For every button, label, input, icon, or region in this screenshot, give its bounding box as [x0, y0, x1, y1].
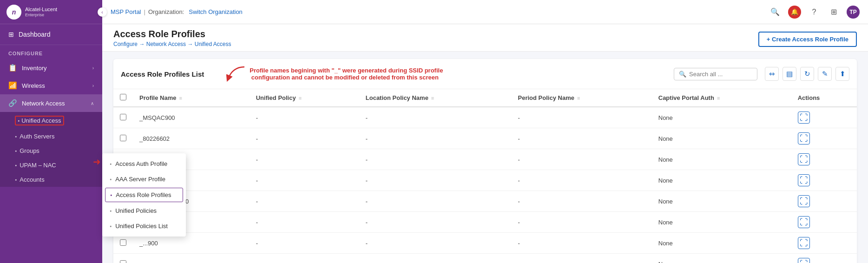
th-location-policy: Location Policy Name ≡	[359, 89, 512, 107]
main-content: MSP Portal | Organization: Switch Organi…	[102, 0, 868, 263]
row-expand-icon-2[interactable]: ⛶	[798, 153, 810, 165]
switch-org-link[interactable]: Switch Organization	[189, 8, 243, 15]
breadcrumb-unified-access[interactable]: Unified Access	[195, 41, 231, 47]
columns-toggle-button[interactable]: ⇔	[765, 67, 779, 81]
inventory-icon: 📋	[8, 64, 17, 72]
logo-text: Alcatel·Lucent Enterprise	[25, 7, 57, 18]
wireless-icon: 📶	[8, 81, 17, 90]
row-profile-name-0: _MSQAC900	[133, 107, 250, 128]
sidebar-item-inventory[interactable]: 📋 Inventory ›	[0, 59, 102, 77]
breadcrumb-sep2: →	[187, 41, 194, 47]
sidebar-sub-item-auth-servers[interactable]: ● Auth Servers	[0, 129, 102, 144]
logo-line2: Enterprise	[25, 13, 57, 18]
user-avatar[interactable]: TP	[847, 6, 860, 19]
help-icon-btn[interactable]: ?	[808, 6, 821, 19]
row-expand-icon-7[interactable]: ⛶	[798, 258, 810, 263]
row-period-policy-3: -	[512, 170, 652, 191]
row-checkbox-cell	[113, 128, 133, 149]
row-location-policy-2: -	[359, 149, 512, 170]
profile-name-sort-icon[interactable]: ≡	[179, 95, 182, 101]
content-area: Access Role Profiles List Profile names …	[102, 52, 868, 263]
search-input[interactable]	[689, 71, 745, 78]
filter-button[interactable]: ▤	[783, 67, 796, 81]
row-expand-icon-6[interactable]: ⛶	[798, 237, 810, 249]
row-checkbox-0[interactable]	[120, 114, 126, 120]
table-toolbar: Access Role Profiles List Profile names …	[113, 59, 857, 89]
topbar: MSP Portal | Organization: Switch Organi…	[102, 0, 868, 24]
sidebar-sub-item-groups[interactable]: ● Groups	[0, 144, 102, 158]
row-actions-7: ⛶	[791, 254, 857, 263]
sidebar-item-dashboard[interactable]: ⊞ Dashboard	[0, 24, 102, 45]
flyout-label-asp: AAA Server Profile	[115, 176, 165, 183]
flyout-bullet-up: ●	[110, 209, 112, 212]
row-expand-icon-4[interactable]: ⛶	[798, 195, 810, 207]
sidebar-item-network-access[interactable]: 🔗 Network Access ∧	[0, 94, 102, 112]
th-captive-portal: Captive Portal Auth ≡	[652, 89, 791, 107]
location-policy-sort-icon[interactable]: ≡	[431, 95, 434, 101]
inventory-item-left: 📋 Inventory	[8, 64, 46, 72]
row-captive-portal-2: None	[652, 149, 791, 170]
th-checkbox	[113, 89, 133, 107]
sidebar-sub-item-upam-nac[interactable]: ● UPAM – NAC	[0, 158, 102, 172]
captive-portal-sort-icon[interactable]: ≡	[717, 95, 720, 101]
location-policy-header-label: Location Policy Name	[366, 94, 428, 101]
search-icon-btn[interactable]: 🔍	[769, 6, 782, 19]
flyout-item-unified-policies[interactable]: ● Unified Policies	[102, 203, 186, 218]
select-all-checkbox[interactable]	[120, 94, 126, 100]
breadcrumb-configure[interactable]: Configure	[113, 41, 138, 47]
sidebar: n Alcatel·Lucent Enterprise ‹ ⊞ Dashboar…	[0, 0, 102, 263]
row-period-policy-6: -	[512, 233, 652, 254]
flyout-item-access-auth-profile[interactable]: ● Access Auth Profile	[102, 156, 186, 171]
flyout-bullet-aap: ●	[110, 162, 112, 165]
upload-button[interactable]: ⬆	[835, 67, 849, 81]
create-access-role-profile-button[interactable]: + Create Access Role Profile	[758, 32, 857, 47]
row-checkbox-6[interactable]	[120, 239, 126, 246]
row-expand-icon-3[interactable]: ⛶	[798, 174, 810, 186]
row-location-policy-0: -	[359, 107, 512, 128]
row-location-policy-1: -	[359, 128, 512, 149]
row-captive-portal-3: None	[652, 170, 791, 191]
notification-icon-btn[interactable]: 🔔	[788, 6, 801, 19]
flyout-bullet-arp: ●	[110, 193, 112, 197]
row-actions-0: ⛶	[791, 107, 857, 128]
flyout-item-access-role-profiles[interactable]: ● Access Role Profiles	[105, 188, 183, 202]
breadcrumb-network-access[interactable]: Network Access	[146, 41, 186, 47]
logo-line1: Alcatel·Lucent	[25, 7, 57, 13]
flyout-item-unified-policies-list[interactable]: ● Unified Policies List	[102, 218, 186, 234]
unified-policy-sort-icon[interactable]: ≡	[299, 95, 302, 101]
table-row: _802Azure2660 - - - None ⛶	[113, 149, 857, 170]
row-unified-policy-5: -	[250, 212, 359, 233]
row-checkbox-1[interactable]	[120, 135, 126, 141]
flyout-bullet-asp: ●	[110, 178, 112, 181]
groups-label: Groups	[20, 147, 39, 154]
grid-icon-btn[interactable]: ⊞	[827, 6, 840, 19]
accounts-label: Accounts	[20, 176, 44, 183]
warning-message: Profile names begining with "_" were gen…	[219, 65, 668, 83]
msp-portal-link[interactable]: MSP Portal	[111, 8, 141, 15]
groups-bullet: ●	[15, 149, 17, 152]
row-period-policy-0: -	[512, 107, 652, 128]
row-captive-portal-0: None	[652, 107, 791, 128]
flyout-item-aaa-server-profile[interactable]: ● AAA Server Profile	[102, 171, 186, 187]
wireless-chevron: ›	[92, 83, 94, 88]
row-captive-portal-6: None	[652, 233, 791, 254]
row-expand-icon-5[interactable]: ⛶	[798, 216, 810, 228]
edit-button[interactable]: ✎	[818, 67, 832, 81]
row-unified-policy-0: -	[250, 107, 359, 128]
sidebar-sub-item-unified-access[interactable]: ● Unified Access	[0, 112, 102, 129]
row-unified-policy-6: -	[250, 233, 359, 254]
sidebar-item-wireless[interactable]: 📶 Wireless ›	[0, 77, 102, 94]
row-period-policy-4: -	[512, 191, 652, 212]
row-expand-icon-1[interactable]: ⛶	[798, 132, 810, 145]
sidebar-sub-item-accounts[interactable]: ● Accounts	[0, 172, 102, 187]
row-checkbox-7[interactable]	[120, 260, 126, 263]
row-expand-icon-0[interactable]: ⛶	[798, 112, 810, 124]
period-policy-sort-icon[interactable]: ≡	[577, 95, 580, 101]
period-policy-header-label: Period Policy Name	[518, 94, 574, 101]
th-profile-name: Profile Name ≡	[133, 89, 250, 107]
sidebar-collapse-button[interactable]: ‹	[98, 7, 107, 17]
profile-name-header-label: Profile Name	[139, 94, 176, 101]
table-body: _MSQAC900 - - - None ⛶ _80226602 - - - N…	[113, 107, 857, 263]
refresh-button[interactable]: ↻	[800, 67, 814, 81]
network-access-icon: 🔗	[8, 99, 17, 107]
